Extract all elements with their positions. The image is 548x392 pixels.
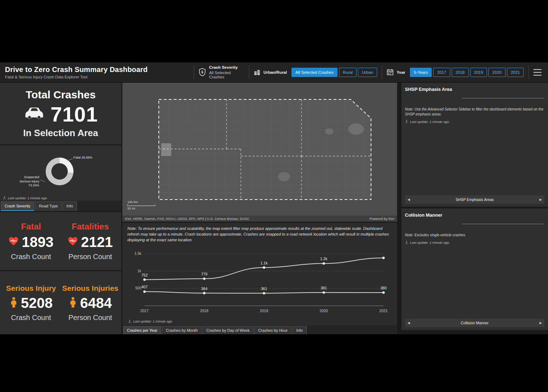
year-button-2020[interactable]: 2020 <box>488 68 506 77</box>
svg-text:500: 500 <box>135 286 141 290</box>
tab-info[interactable]: Info <box>62 201 77 211</box>
collision-manner-pager: ◀ Collision Manner ▶ <box>405 319 544 327</box>
year-button-2017[interactable]: 2017 <box>433 68 450 77</box>
collision-manner-panel: Collision Manner Note: Excludes single-v… <box>401 208 548 330</box>
divider <box>249 66 249 79</box>
tab-crashes-per-year[interactable]: Crashes per Year <box>123 326 161 334</box>
pager-left-icon[interactable]: ◀ <box>407 321 410 325</box>
serious-injury-crash-sub: Crash Count <box>11 314 51 322</box>
svg-text:1k: 1k <box>137 269 142 273</box>
content: Total Crashes 7101 In Selection Area Fat… <box>0 83 548 334</box>
heart-pulse-icon <box>68 237 78 247</box>
download-icon <box>128 319 131 324</box>
crashes-per-year-chart[interactable]: 5001k1.5k201720182019202020217527791.1k1… <box>126 245 394 319</box>
tab-crashes-by-day-of-week[interactable]: Crashes by Day of Week <box>202 326 253 334</box>
urban-rural-filter: Urban/Rural All Selected CrashesRuralUrb… <box>254 68 377 77</box>
title-block: Drive to Zero Crash Summary Dashboard Fa… <box>5 66 189 79</box>
svg-text:1.5k: 1.5k <box>135 252 142 256</box>
fatal-crash-count: 1893 <box>22 234 54 250</box>
donut-hole <box>51 163 68 180</box>
download-icon <box>3 196 6 200</box>
pager-left-icon[interactable]: ◀ <box>407 198 410 201</box>
urban-rural-button-urban[interactable]: Urban <box>358 68 377 77</box>
total-crashes-subtitle: In Selection Area <box>23 128 98 139</box>
car-icon <box>23 107 45 122</box>
tab-road-type[interactable]: Road Type <box>35 201 62 211</box>
svg-text:1.1k: 1.1k <box>260 261 268 265</box>
year-label: Year <box>397 70 405 74</box>
pager-right-icon[interactable]: ▶ <box>539 198 542 201</box>
crashes-chart-panel: Note: To ensure performance and scalabil… <box>122 223 397 334</box>
tab-crashes-by-month[interactable]: Crashes by Month <box>162 326 202 334</box>
scale-bar: 100 km 50 mi <box>127 200 155 210</box>
crash-severity-donut-panel: Fatal 26.66% SuspectedSerious Injury73.3… <box>0 145 121 211</box>
donut-serious-label: SuspectedSerious Injury73.34% <box>8 175 39 188</box>
calendar-icon <box>387 69 394 76</box>
svg-text:2017: 2017 <box>140 309 149 313</box>
year-button-2021[interactable]: 2021 <box>507 68 524 77</box>
serious-injury-stats-panel: Serious Injury 5208 Crash Count Serious … <box>0 271 121 334</box>
shsp-panel-title: SHSP Emphasis Area <box>405 87 544 92</box>
year-button-5-years[interactable]: 5-Years <box>410 68 432 77</box>
download-icon <box>405 241 408 245</box>
page-subtitle: Fatal & Serious Injury Crash Data Explor… <box>5 75 189 79</box>
last-update: Last update: 1 minute ago <box>3 196 47 200</box>
crash-severity-filter: Crash Severity All Selected Crashes <box>199 65 245 79</box>
page: { "header": { "title": "Drive to Zero Cr… <box>0 0 548 392</box>
divider <box>382 66 382 79</box>
svg-text:2020: 2020 <box>320 309 328 313</box>
person-icon <box>69 296 77 310</box>
scale-line <box>127 205 155 206</box>
donut-fatal-label: Fatal 26.66% <box>73 156 92 159</box>
fatalities-stat: Fatalities 2121 Person Count <box>61 222 120 261</box>
serious-injuries-stat: Serious Injuries 6484 Person Count <box>61 284 120 322</box>
svg-text:2021: 2021 <box>379 309 388 313</box>
left-sidebar: Total Crashes 7101 In Selection Area Fat… <box>0 83 121 334</box>
map-attribution: Esri, HERE, Garmin, FAO, NOAA, USGS, EPA… <box>122 216 397 222</box>
dashboard: Drive to Zero Crash Summary Dashboard Fa… <box>0 62 548 334</box>
fatalities-count: 2121 <box>81 234 113 250</box>
divider <box>528 66 529 79</box>
hamburger-menu-icon[interactable] <box>533 69 542 76</box>
selected-county-highlight <box>161 143 171 156</box>
year-filter: Year 5-Years20172018201920202021 <box>387 68 524 77</box>
fatal-stats-panel: Fatal 1893 Crash Count Fatalities 2121 P… <box>0 212 121 270</box>
buildings-icon <box>254 69 260 75</box>
collision-manner-title: Collision Manner <box>405 212 544 218</box>
year-button-2019[interactable]: 2019 <box>470 68 487 77</box>
pager-label: Collision Manner <box>461 321 488 325</box>
urban-rural-button-rural[interactable]: Rural <box>339 68 356 77</box>
total-crashes-title: Total Crashes <box>26 89 96 101</box>
crashes-chart-tabs: Crashes per YearCrashes by MonthCrashes … <box>122 325 397 334</box>
serious-injuries-count: 6484 <box>80 295 112 311</box>
svg-text:752: 752 <box>141 273 148 277</box>
shsp-x-axis <box>462 98 544 103</box>
total-crashes-panel: Total Crashes 7101 In Selection Area <box>0 83 121 144</box>
scale-mi: 50 mi <box>127 207 155 210</box>
shsp-note: Note: Use the Advanced Selector Sidebar … <box>405 107 544 117</box>
serious-injuries-sub: Person Count <box>68 314 112 322</box>
tab-crash-severity[interactable]: Crash Severity <box>1 201 34 211</box>
pager-right-icon[interactable]: ▶ <box>539 321 542 325</box>
shsp-emphasis-panel: SHSP Emphasis Area Note: Use the Advance… <box>401 83 548 207</box>
last-update: Last update: 1 minute ago <box>128 319 394 324</box>
right-sidebar: SHSP Emphasis Area Note: Use the Advance… <box>401 83 548 334</box>
tab-info[interactable]: Info <box>292 326 306 334</box>
year-buttons: 5-Years20172018201920202021 <box>410 68 524 77</box>
pager-label: SHSP Emphasis Areas <box>456 197 494 202</box>
map-canvas[interactable] <box>122 83 397 216</box>
serious-injuries-title: Serious Injuries <box>62 284 118 293</box>
crash-map[interactable]: 100 km 50 mi <box>122 83 397 216</box>
scale-km: 100 km <box>127 200 155 204</box>
severity-donut-chart[interactable] <box>46 158 73 185</box>
year-button-2018[interactable]: 2018 <box>452 68 469 77</box>
svg-text:2019: 2019 <box>260 309 268 313</box>
map-note: Note: To ensure performance and scalabil… <box>127 226 392 243</box>
urban-rural-button-all-selected-crashes[interactable]: All Selected Crashes <box>291 68 338 77</box>
serious-injury-crash-count: 5208 <box>21 295 53 311</box>
svg-text:364: 364 <box>201 286 208 290</box>
heart-pulse-icon <box>9 237 19 247</box>
svg-text:361: 361 <box>261 287 267 291</box>
divider <box>194 66 194 79</box>
tab-crashes-by-hour[interactable]: Crashes by Hour <box>254 326 292 334</box>
